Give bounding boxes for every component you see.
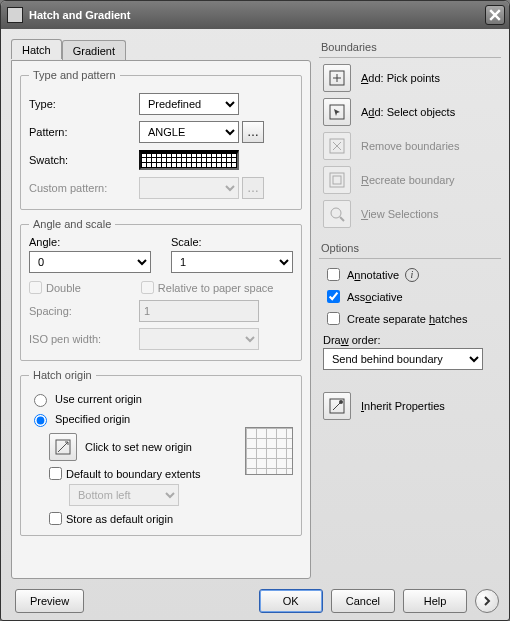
window-title: Hatch and Gradient — [29, 9, 485, 21]
add-pick-points-button[interactable] — [323, 64, 351, 92]
ok-button[interactable]: OK — [259, 589, 323, 613]
set-origin-label: Click to set new origin — [85, 441, 192, 453]
type-pattern-legend: Type and pattern — [29, 69, 120, 81]
remove-boundaries-item: Remove boundaries — [319, 132, 501, 160]
cancel-button[interactable]: Cancel — [331, 589, 395, 613]
scale-select[interactable]: 1 — [171, 251, 293, 273]
button-bar: Preview OK Cancel Help — [1, 582, 509, 620]
default-extents-check[interactable]: Default to boundary extents — [49, 467, 235, 480]
scale-label: Scale: — [171, 236, 293, 248]
iso-label: ISO pen width: — [29, 333, 139, 345]
magnifier-icon — [329, 206, 345, 222]
svg-line-11 — [340, 217, 344, 221]
angle-scale-group: Angle and scale Angle: 0 Scale: 1 — [20, 218, 302, 361]
angle-label: Angle: — [29, 236, 151, 248]
use-current-origin-radio[interactable]: Use current origin — [29, 391, 293, 407]
type-label: Type: — [29, 98, 139, 110]
relative-checkbox — [141, 281, 154, 294]
custom-pattern-browse-button: … — [242, 177, 264, 199]
svg-rect-8 — [330, 173, 344, 187]
options-legend: Options — [321, 242, 501, 254]
ellipsis-icon: … — [247, 181, 259, 195]
svg-rect-9 — [333, 176, 341, 184]
tab-hatch[interactable]: Hatch — [11, 39, 62, 59]
custom-pattern-select — [139, 177, 239, 199]
store-default-check[interactable]: Store as default origin — [49, 512, 235, 525]
close-icon — [489, 9, 501, 21]
help-button[interactable]: Help — [403, 589, 467, 613]
hatch-origin-group: Hatch origin Use current origin Specifie… — [20, 369, 302, 536]
draw-order-select[interactable]: Send behind boundary — [323, 348, 483, 370]
recreate-icon — [329, 172, 345, 188]
remove-boundaries-button — [323, 132, 351, 160]
inherit-properties-label[interactable]: Inherit Properties — [361, 400, 445, 412]
angle-scale-legend: Angle and scale — [29, 218, 115, 230]
pattern-browse-button[interactable]: … — [242, 121, 264, 143]
swatch-label: Swatch: — [29, 154, 139, 166]
double-check: Double — [29, 281, 81, 294]
origin-preview — [245, 427, 293, 475]
app-icon — [7, 7, 23, 23]
add-select-objects-button[interactable] — [323, 98, 351, 126]
add-pick-points-item: Add: Pick points — [319, 64, 501, 92]
custom-pattern-label: Custom pattern: — [29, 182, 139, 194]
spacing-input — [139, 300, 259, 322]
iso-select — [139, 328, 259, 350]
recreate-boundary-label: Recreate boundary — [361, 174, 455, 186]
svg-point-13 — [339, 400, 343, 404]
pick-points-icon — [329, 70, 345, 86]
close-button[interactable] — [485, 5, 505, 25]
add-pick-points-label[interactable]: Add: Pick points — [361, 72, 440, 84]
view-selections-button — [323, 200, 351, 228]
view-selections-label: View Selections — [361, 208, 438, 220]
type-select[interactable]: Predefined — [139, 93, 239, 115]
add-select-objects-label[interactable]: Add: Select objects — [361, 106, 455, 118]
inherit-icon — [329, 398, 345, 414]
relative-check: Relative to paper space — [141, 281, 274, 294]
select-objects-icon — [329, 104, 345, 120]
inherit-properties-item: Inherit Properties — [319, 392, 501, 420]
boundaries-legend: Boundaries — [321, 41, 501, 53]
recreate-boundary-item: Recreate boundary — [319, 166, 501, 194]
remove-icon — [329, 138, 345, 154]
specified-origin-radio[interactable]: Specified origin — [29, 411, 293, 427]
remove-boundaries-label: Remove boundaries — [361, 140, 459, 152]
angle-select[interactable]: 0 — [29, 251, 151, 273]
hatch-origin-legend: Hatch origin — [29, 369, 96, 381]
separate-check[interactable]: Create separate hatches — [323, 309, 501, 328]
pattern-select[interactable]: ANGLE — [139, 121, 239, 143]
inherit-properties-button[interactable] — [323, 392, 351, 420]
info-icon[interactable]: i — [405, 268, 419, 282]
expand-button[interactable] — [475, 589, 499, 613]
pattern-label: Pattern: — [29, 126, 139, 138]
add-select-objects-item: Add: Select objects — [319, 98, 501, 126]
spacing-label: Spacing: — [29, 305, 139, 317]
ellipsis-icon: … — [247, 125, 259, 139]
hatch-panel: Type and pattern Type: Predefined Patter… — [11, 60, 311, 579]
chevron-right-icon — [482, 596, 492, 606]
swatch-preview[interactable] — [139, 150, 239, 170]
tab-gradient[interactable]: Gradient — [62, 40, 126, 60]
svg-point-10 — [331, 208, 341, 218]
extents-select: Bottom left — [69, 484, 179, 506]
type-pattern-group: Type and pattern Type: Predefined Patter… — [20, 69, 302, 210]
origin-icon — [55, 439, 71, 455]
annotative-check[interactable]: Annotative i — [323, 265, 501, 284]
dialog-window: Hatch and Gradient HatchGradient Type an… — [0, 0, 510, 621]
draw-order-label: Draw order: — [323, 334, 501, 346]
recreate-boundary-button — [323, 166, 351, 194]
double-checkbox — [29, 281, 42, 294]
preview-button[interactable]: Preview — [15, 589, 84, 613]
titlebar: Hatch and Gradient — [1, 1, 509, 29]
set-origin-button[interactable] — [49, 433, 77, 461]
view-selections-item: View Selections — [319, 200, 501, 228]
associative-check[interactable]: Associative — [323, 287, 501, 306]
